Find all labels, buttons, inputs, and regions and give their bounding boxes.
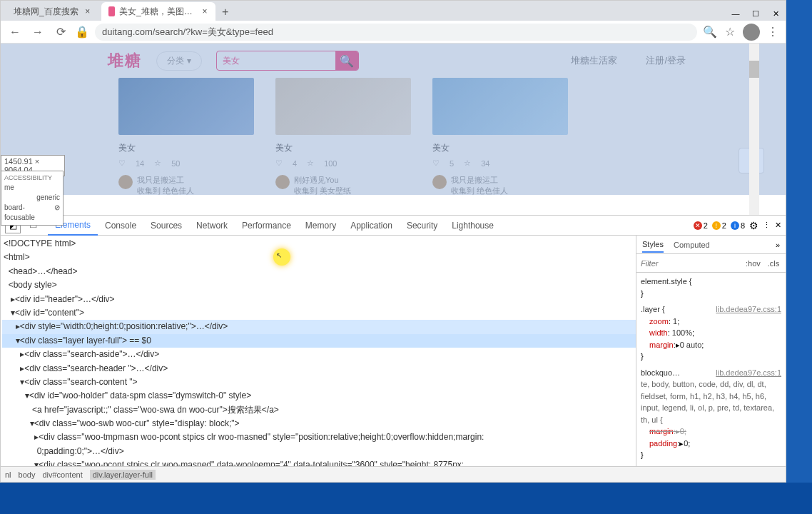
tab-styles[interactable]: Styles	[642, 237, 664, 253]
rule-selector[interactable]: .layer {	[641, 305, 665, 313]
close-devtools-icon[interactable]: ✕	[775, 221, 781, 230]
tab-sources[interactable]: Sources	[143, 216, 189, 235]
cls-toggle[interactable]: .cls	[766, 259, 781, 268]
browser-tab-0[interactable]: 堆糖网_百度搜索 ×	[6, 2, 100, 21]
tab-security[interactable]: Security	[400, 216, 445, 235]
dom-line[interactable]: <a href="javascript:;" class="woo-swa dn…	[2, 403, 636, 417]
dom-line[interactable]: ▾<div class="woo-pcont stpics clr woo-ma…	[2, 458, 636, 466]
browser-tab-1[interactable]: 美女_堆糖，美图壁纸兴趣社区 ×	[101, 2, 215, 21]
dom-line[interactable]: ▸<div class="search-aside">…</div>	[2, 348, 636, 361]
styles-rules[interactable]: element.style { } .layer {lib.dedea97e.c…	[636, 273, 786, 466]
source-link[interactable]: lib.dedea97e.css:1	[716, 367, 781, 379]
more-tabs-icon[interactable]: »	[776, 241, 780, 249]
card-image[interactable]	[432, 78, 568, 135]
category-dropdown[interactable]: 分类 ▾	[156, 51, 202, 71]
windows-taskbar[interactable]	[0, 483, 812, 514]
zoom-icon[interactable]: 🔍	[703, 25, 717, 39]
dom-line[interactable]: ▾<div class="search-content ">	[2, 376, 636, 389]
bookmark-icon[interactable]: ☆	[723, 25, 737, 39]
collect-info[interactable]: 收集到 绝色佳人	[137, 186, 194, 195]
dom-line[interactable]: ▾<div class="woo-swb woo-cur" style="dis…	[2, 417, 636, 430]
tab-application[interactable]: Application	[343, 216, 400, 235]
dom-line[interactable]: <body style>	[2, 278, 636, 292]
card-item[interactable]: 美女 ♡5 ☆34 我只是搬运工 收集到 绝色佳人	[432, 78, 568, 195]
dom-line[interactable]: <head>…</head>	[2, 265, 636, 278]
site-header: 堆糖 分类 ▾ 🔍 堆糖生活家 注册/登录	[1, 44, 786, 78]
card-item[interactable]: 美女 ♡4 ☆100 刚好遇见You 收集到 美女壁纸	[275, 78, 411, 195]
dom-line[interactable]: ▸<div id="header">…</div>	[2, 293, 636, 306]
user-avatar[interactable]	[118, 175, 133, 189]
close-button[interactable]: ✕	[766, 6, 786, 21]
dom-line[interactable]: <html>	[2, 251, 636, 264]
page-viewport: 堆糖 分类 ▾ 🔍 堆糖生活家 注册/登录 美女 ♡14 ☆50	[1, 44, 786, 195]
breadcrumb-item[interactable]: body	[19, 470, 36, 479]
star-icon[interactable]: ☆	[307, 158, 314, 168]
nav-login[interactable]: 注册/登录	[646, 54, 686, 67]
tab-computed[interactable]: Computed	[674, 238, 710, 252]
star-icon[interactable]: ☆	[464, 158, 471, 168]
url-input[interactable]	[95, 24, 697, 41]
card-image[interactable]	[118, 78, 254, 135]
fav-count: 50	[171, 159, 180, 168]
menu-icon[interactable]: ⋮	[766, 25, 780, 39]
add-rule-button[interactable]: +	[785, 259, 786, 268]
minimize-button[interactable]: —	[726, 6, 746, 21]
heart-icon[interactable]: ♡	[118, 158, 126, 168]
forward-button[interactable]: →	[29, 24, 46, 41]
maximize-button[interactable]: ☐	[746, 6, 766, 21]
user-name[interactable]: 我只是搬运工	[451, 175, 508, 186]
page-scrollbar[interactable]	[749, 44, 759, 215]
dom-line[interactable]: ▾<div id="woo-holder" data-spm class="dy…	[2, 389, 636, 403]
tab-performance[interactable]: Performance	[235, 216, 298, 235]
tab-network[interactable]: Network	[189, 216, 235, 235]
source-link[interactable]: lib.dedea97e.css:1	[716, 303, 781, 316]
reload-button[interactable]: ⟳	[52, 24, 69, 41]
rule-selector[interactable]: element.style {	[641, 277, 692, 286]
user-avatar[interactable]	[432, 175, 447, 189]
heart-icon[interactable]: ♡	[275, 158, 283, 168]
user-name[interactable]: 我只是搬运工	[137, 175, 194, 186]
user-name[interactable]: 刚好遇见You	[294, 175, 351, 186]
breadcrumb-item[interactable]: div#content	[42, 470, 82, 479]
dom-line-selected[interactable]: ▾<div class="layer layer-full"> == $0	[2, 334, 636, 348]
close-icon[interactable]: ×	[201, 6, 208, 16]
tab-memory[interactable]: Memory	[298, 216, 343, 235]
search-input[interactable]	[217, 56, 335, 66]
hov-toggle[interactable]: :hov	[744, 259, 762, 268]
user-avatar[interactable]	[275, 175, 290, 189]
warning-count[interactable]: !2	[712, 221, 726, 230]
collect-info[interactable]: 收集到 美女壁纸	[294, 186, 351, 195]
dom-line[interactable]: ▸<div class="search-header ">…</div>	[2, 362, 636, 376]
dom-line[interactable]: ▾<div id="content">	[2, 306, 636, 320]
site-info-icon[interactable]: 🔒	[75, 25, 89, 39]
card-item[interactable]: 美女 ♡14 ☆50 我只是搬运工 收集到 绝色佳人	[118, 78, 254, 195]
site-logo[interactable]: 堆糖	[108, 50, 142, 71]
back-button[interactable]: ←	[6, 24, 24, 41]
dom-tree[interactable]: ↖ <!DOCTYPE html> <html> <head>…</head> …	[1, 236, 636, 466]
scrollbar-thumb[interactable]	[749, 61, 759, 78]
nav-shop[interactable]: 堆糖生活家	[571, 54, 617, 67]
tab-console[interactable]: Console	[98, 216, 143, 235]
settings-icon[interactable]: ⚙	[749, 220, 758, 231]
profile-avatar[interactable]	[743, 24, 760, 41]
close-icon[interactable]: ×	[83, 6, 93, 16]
collect-info[interactable]: 收集到 绝色佳人	[451, 186, 508, 195]
error-count[interactable]: ✕2	[694, 221, 708, 230]
dom-line[interactable]: <!DOCTYPE html>	[2, 237, 636, 251]
search-button[interactable]: 🔍	[335, 51, 358, 71]
tab-lighthouse[interactable]: Lighthouse	[445, 216, 501, 235]
new-tab-button[interactable]: +	[217, 4, 234, 21]
dom-line[interactable]: ▸<div style="width:0;height:0;position:r…	[2, 320, 636, 333]
styles-filter-bar: :hov .cls +	[636, 254, 786, 273]
rule-selector[interactable]: blockquo…	[641, 368, 680, 377]
more-icon[interactable]: ⋮	[763, 221, 771, 230]
breadcrumb-item[interactable]: div.layer.layer-full	[90, 470, 156, 480]
card-image[interactable]	[275, 78, 411, 135]
info-count[interactable]: i8	[731, 221, 745, 230]
star-icon[interactable]: ☆	[154, 158, 161, 168]
breadcrumb-item[interactable]: nl	[5, 470, 11, 479]
styles-filter-input[interactable]	[641, 259, 740, 268]
dom-line[interactable]: ▸<div class="woo-tmpmasn woo-pcont stpic…	[2, 430, 636, 444]
dom-line[interactable]: 0;padding:0;">…</div>	[2, 445, 636, 458]
heart-icon[interactable]: ♡	[432, 158, 440, 168]
